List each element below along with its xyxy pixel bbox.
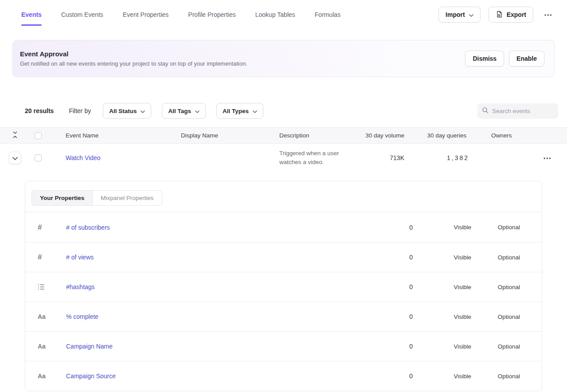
tags-filter-dropdown[interactable]: All Tags	[162, 103, 206, 119]
events-table-header: Event Name Display Name Description 30 d…	[0, 127, 567, 144]
banner-actions: Dismiss Enable	[465, 51, 544, 67]
filter-by-label: Filter by	[69, 107, 91, 114]
column-30-day-queries: 30 day queries	[408, 132, 470, 139]
property-row: # Aa Campaign Name 0 Visible Optional	[25, 331, 542, 361]
tab-mixpanel-properties[interactable]: Mixpanel Properties	[92, 190, 162, 206]
dismiss-button[interactable]: Dismiss	[465, 51, 504, 67]
property-requirement: Optional	[471, 224, 520, 231]
export-button[interactable]: Export	[489, 7, 533, 23]
property-name-link[interactable]: #hashtags	[66, 283, 95, 290]
property-requirement: Optional	[471, 343, 520, 350]
banner-text: Event Approval Get notified on all new e…	[20, 50, 247, 67]
event-description: Triggered when a user watches a video.	[279, 149, 364, 166]
column-event-name: Event Name	[51, 132, 181, 139]
column-30-day-volume: 30 day volume	[364, 132, 408, 139]
list-type-icon	[38, 284, 45, 290]
number-type-icon: #	[38, 223, 42, 232]
event-row: Watch Video Triggered when a user watche…	[0, 144, 567, 173]
property-name-link[interactable]: Campaign Name	[66, 343, 113, 350]
text-type-icon: Aa	[38, 313, 46, 320]
export-button-label: Export	[507, 11, 526, 18]
property-requirement: Optional	[471, 314, 520, 320]
status-filter-dropdown[interactable]: All Status	[103, 103, 151, 119]
properties-panel: Your Properties Mixpanel Properties #	[25, 181, 542, 391]
results-count: 20 results	[25, 107, 54, 114]
import-button[interactable]: Import	[438, 7, 481, 23]
property-visibility: Visible	[413, 343, 471, 350]
property-row: # Aa #hashtags 0 Visible Optional	[25, 272, 542, 302]
tab-your-properties[interactable]: Your Properties	[31, 190, 93, 206]
chevron-down-icon	[469, 11, 473, 18]
search-events-input[interactable]	[492, 108, 554, 114]
status-filter-label: All Status	[109, 108, 137, 114]
row-checkbox[interactable]	[35, 154, 42, 161]
property-requirement: Optional	[471, 284, 520, 290]
ellipsis-icon: ⋯	[544, 10, 553, 20]
chevron-down-icon	[12, 155, 18, 161]
property-count: 0	[364, 224, 413, 231]
column-display-name: Display Name	[181, 132, 279, 139]
enable-button[interactable]: Enable	[509, 51, 544, 67]
top-navigation: Events Custom Events Event Properties Pr…	[0, 0, 567, 29]
number-type-icon: #	[38, 253, 42, 262]
ellipsis-icon: ⋯	[543, 153, 552, 163]
property-name-link[interactable]: # of views	[66, 254, 94, 261]
import-button-label: Import	[446, 11, 465, 18]
property-row: # Aa # of subscribers 0 Visible Optional	[25, 212, 542, 242]
property-row: # Aa # of views 0 Visible Optional	[25, 242, 542, 272]
lexicon-tabs: Events Custom Events Event Properties Pr…	[21, 0, 340, 29]
property-count: 0	[364, 283, 413, 290]
export-file-icon	[496, 11, 503, 19]
banner-description: Get notified on all new events entering …	[20, 60, 247, 67]
property-row: # Aa Campaign Source 0 Visible Optional	[25, 361, 542, 391]
property-count: 0	[364, 372, 413, 380]
property-requirement: Optional	[471, 373, 520, 380]
property-name-link[interactable]: Campaign Source	[66, 372, 116, 380]
select-all-checkbox[interactable]	[35, 132, 42, 139]
text-type-icon: Aa	[38, 343, 46, 350]
property-rows: # Aa # of subscribers 0 Visible Optional	[25, 212, 542, 391]
property-visibility: Visible	[413, 284, 471, 290]
types-filter-dropdown[interactable]: All Types	[216, 103, 263, 119]
property-requirement: Optional	[471, 254, 520, 261]
row-expander-button[interactable]	[9, 152, 21, 164]
row-actions-button[interactable]: ⋯	[540, 151, 555, 165]
event-queries: 1,382	[408, 154, 470, 161]
property-name-link[interactable]: # of subscribers	[66, 224, 110, 231]
chevron-down-icon	[195, 108, 199, 114]
property-count: 0	[364, 343, 413, 350]
text-type-icon: Aa	[38, 372, 46, 380]
property-name-link[interactable]: % complete	[66, 313, 98, 320]
property-count: 0	[364, 313, 413, 320]
tab-lookup-tables[interactable]: Lookup Tables	[255, 0, 295, 29]
collapse-all-icon	[12, 131, 18, 140]
chevron-down-icon	[253, 108, 257, 114]
property-visibility: Visible	[413, 314, 471, 320]
property-count: 0	[364, 254, 413, 261]
event-name-link[interactable]: Watch Video	[66, 154, 101, 161]
tab-profile-properties[interactable]: Profile Properties	[188, 0, 235, 29]
filter-bar: 20 results Filter by All Status All Tags…	[25, 103, 558, 119]
search-box	[477, 103, 558, 119]
nav-actions: Import Export ⋯	[438, 7, 555, 23]
property-row: # Aa % complete 0 Visible Optional	[25, 302, 542, 331]
column-description: Description	[279, 132, 364, 139]
tab-custom-events[interactable]: Custom Events	[61, 0, 103, 29]
event-volume: 713K	[364, 154, 408, 161]
tags-filter-label: All Tags	[168, 108, 191, 114]
more-options-button[interactable]: ⋯	[541, 8, 555, 22]
banner-title: Event Approval	[20, 50, 247, 58]
types-filter-label: All Types	[223, 108, 249, 114]
chevron-down-icon	[141, 108, 145, 114]
search-icon	[482, 107, 489, 115]
tab-formulas[interactable]: Formulas	[315, 0, 340, 29]
tab-events[interactable]: Events	[21, 0, 42, 29]
column-owners: Owners	[470, 132, 536, 139]
property-visibility: Visible	[413, 254, 471, 261]
properties-panel-tabs: Your Properties Mixpanel Properties	[25, 181, 542, 212]
collapse-all-button[interactable]	[0, 131, 25, 140]
tab-event-properties[interactable]: Event Properties	[123, 0, 169, 29]
property-visibility: Visible	[413, 373, 471, 380]
property-visibility: Visible	[413, 224, 471, 231]
event-approval-banner: Event Approval Get notified on all new e…	[12, 40, 555, 77]
